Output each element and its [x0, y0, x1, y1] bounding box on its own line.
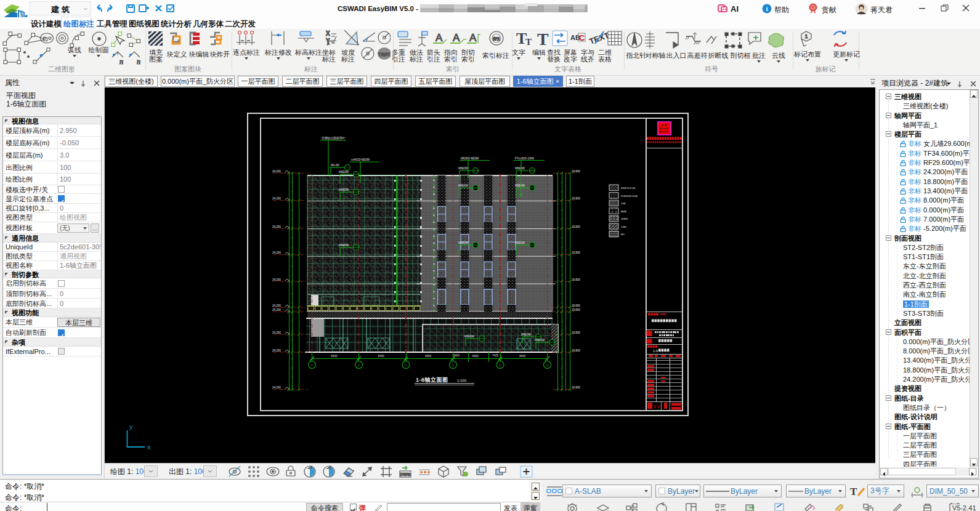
svg-text:M6E0W: M6E0W — [458, 184, 469, 187]
svg-text:M6E0W: M6E0W — [339, 244, 349, 247]
svg-text:18.800: 18.800 — [572, 225, 580, 228]
svg-text:M6360-6E0W: M6360-6E0W — [461, 157, 479, 160]
svg-text:18.800: 18.800 — [572, 349, 580, 352]
svg-text:18.800: 18.800 — [572, 308, 580, 312]
svg-text:FTxx520-1546: FTxx520-1546 — [515, 157, 534, 160]
svg-text:A: A — [453, 32, 460, 44]
svg-text:24.200: 24.200 — [272, 278, 281, 281]
svg-text:T: T — [525, 37, 532, 47]
svg-text:1-6: 1-6 — [653, 349, 658, 353]
svg-text:24.200: 24.200 — [272, 386, 281, 389]
svg-text:8400: 8400 — [472, 355, 479, 358]
svg-text:T: T — [537, 30, 549, 47]
svg-text:24.200: 24.200 — [272, 304, 281, 307]
svg-text:y: y — [129, 423, 133, 430]
svg-text:A: A — [435, 32, 443, 44]
svg-text:M6E0W: M6E0W — [339, 171, 349, 174]
svg-text:TEST: TEST — [378, 52, 391, 57]
svg-text:18.800: 18.800 — [572, 386, 580, 389]
svg-text:i: i — [766, 5, 767, 12]
svg-text:M6E0W: M6E0W — [535, 339, 545, 342]
svg-text:T: T — [850, 486, 857, 497]
svg-text:M6E0W: M6E0W — [515, 184, 525, 187]
svg-text:14BL: 14BL — [621, 225, 627, 228]
svg-text:M1-60: M1-60 — [331, 164, 339, 167]
svg-text:7425: 7425 — [492, 354, 499, 357]
svg-text:M6E0W: M6E0W — [515, 167, 525, 170]
svg-text:18.800: 18.800 — [572, 251, 580, 254]
svg-text:EWF25-F1B: EWF25-F1B — [621, 187, 635, 190]
svg-text:M6E0W: M6E0W — [339, 188, 349, 191]
svg-text:24.200: 24.200 — [272, 170, 281, 173]
svg-text:24.200: 24.200 — [272, 349, 281, 352]
svg-text:6400: 6400 — [453, 354, 460, 357]
svg-text:n: n — [137, 57, 140, 65]
svg-text:索引: 索引 — [493, 37, 500, 41]
svg-text:8400: 8400 — [378, 355, 385, 358]
svg-text:18.800: 18.800 — [572, 331, 580, 334]
svg-text:18.800: 18.800 — [572, 170, 580, 173]
svg-text:18.800: 18.800 — [572, 197, 580, 200]
svg-text:M6E0W: M6E0W — [515, 241, 525, 244]
svg-text:A: A — [469, 32, 477, 44]
svg-text:X: X — [326, 30, 330, 37]
svg-text:18.800: 18.800 — [572, 278, 580, 281]
svg-text:M6E0W: M6E0W — [458, 241, 469, 244]
svg-text:1: 1 — [804, 33, 808, 39]
svg-text:M6E0W: M6E0W — [464, 335, 475, 338]
svg-text:AWE: AWE — [621, 210, 627, 213]
svg-text:24.200: 24.200 — [272, 225, 281, 228]
svg-text:MC: MC — [621, 233, 625, 236]
svg-text:8400: 8400 — [331, 355, 338, 358]
svg-text:xx4010-6E0W: xx4010-6E0W — [351, 158, 370, 161]
svg-text:24.200: 24.200 — [272, 197, 281, 200]
svg-text:M6E0W: M6E0W — [458, 167, 469, 170]
svg-text:M6E0W: M6E0W — [521, 333, 532, 336]
svg-text:PUEWIN-5UM: PUEWIN-5UM — [621, 195, 638, 198]
svg-text:53BFL: 53BFL — [621, 217, 629, 220]
svg-text:x: x — [147, 443, 151, 451]
svg-text:V U: V U — [654, 404, 660, 409]
svg-text:n: n — [119, 57, 123, 65]
svg-text:8400: 8400 — [425, 355, 432, 358]
svg-text:24B: 24B — [621, 202, 626, 205]
svg-text:1:100: 1:100 — [457, 379, 467, 382]
svg-text:18.800: 18.800 — [572, 304, 580, 307]
svg-text:DWG: DWG — [400, 472, 411, 477]
svg-text:1-6轴立面图: 1-6轴立面图 — [416, 377, 448, 383]
svg-text:8400: 8400 — [519, 355, 526, 358]
svg-text:24.200: 24.200 — [272, 251, 281, 254]
svg-text:24.200: 24.200 — [272, 308, 281, 312]
svg-text:空调机位防雨百叶: 空调机位防雨百叶 — [322, 136, 346, 140]
svg-text:24.200: 24.200 — [272, 331, 281, 334]
